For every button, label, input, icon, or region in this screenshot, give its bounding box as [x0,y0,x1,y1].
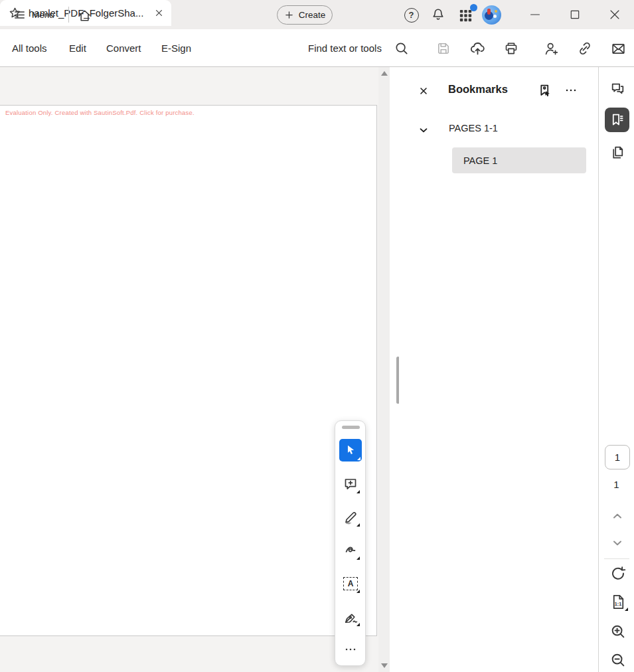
app-switcher-button[interactable] [456,6,475,25]
share-upload-button[interactable] [469,40,486,57]
add-text-tool-button[interactable]: A [339,572,362,595]
main-toolbar: All tools Edit Convert E-Sign Find text … [0,29,634,67]
link-button[interactable] [576,40,594,57]
hamburger-icon [13,9,26,21]
pages-panel-button[interactable] [605,140,629,164]
bookmark-add-icon [536,82,553,99]
dropdown-corner-icon [357,523,360,527]
notifications-button[interactable] [429,5,447,24]
zoom-out-icon [609,651,627,669]
rail-divider [604,558,629,559]
drag-handle[interactable] [342,426,360,429]
scroll-up-arrow-icon[interactable] [381,71,388,76]
copy-pages-icon [609,144,626,161]
close-icon [607,7,622,22]
save-button[interactable] [435,40,452,57]
add-user-button[interactable] [542,40,560,57]
person-add-icon [543,41,560,57]
previous-page-button[interactable] [609,507,626,525]
panel-options-button[interactable] [562,82,580,99]
window-minimize-button[interactable] [524,5,546,24]
chevron-down-icon [418,124,430,136]
total-pages-label: 1 [599,479,634,490]
help-button[interactable]: ? [402,6,420,24]
dropdown-corner-icon [625,608,628,611]
search-icon [394,41,410,56]
minimize-icon [528,7,542,22]
dropdown-corner-icon [357,457,360,460]
rotate-page-button[interactable] [608,564,628,584]
bookmark-item-label: PAGE 1 [463,155,497,166]
printer-icon [503,41,519,56]
save-icon [436,41,451,56]
search-button[interactable] [393,40,410,57]
comments-icon [609,80,626,97]
bookmark-group-label[interactable]: PAGES 1-1 [449,123,498,133]
titlebar-divider [68,7,69,23]
pdf-page[interactable]: Evaluation Only. Created with SautinSoft… [0,105,377,636]
avatar [482,5,501,25]
fill-sign-tool-button[interactable] [339,606,362,628]
vertical-scrollbar[interactable] [378,67,390,672]
envelope-icon [610,41,627,57]
highlight-tool-button[interactable] [339,506,362,529]
bookmarks-panel: Bookmarks PAGES 1-1 PAGE 1 [399,67,598,672]
bookmark-expand-toggle[interactable] [416,122,431,137]
more-options-icon [343,642,358,657]
text-box-icon: A [343,577,358,590]
menu-esign[interactable]: E-Sign [161,29,191,66]
actual-size-button[interactable]: 1:1 [608,592,628,612]
dropdown-corner-icon [357,490,360,493]
close-icon [418,86,429,96]
add-comment-tool-button[interactable] [339,473,362,495]
dropdown-corner-icon [357,590,360,593]
print-button[interactable] [503,40,520,57]
scroll-down-arrow-icon[interactable] [381,663,388,668]
page-number-input[interactable] [605,445,630,469]
select-cursor-icon [343,443,358,458]
tab-close-button[interactable] [153,7,165,19]
panel-title: Bookmarks [448,83,508,96]
home-button[interactable] [74,5,95,25]
add-bookmark-button[interactable] [535,81,554,100]
bookmarks-panel-button[interactable] [605,108,629,132]
bell-icon [430,7,446,23]
evaluation-watermark: Evaluation Only. Created with SautinSoft… [5,109,195,116]
more-options-icon [564,83,578,98]
help-icon: ? [404,8,419,23]
create-button[interactable]: Create [277,5,333,25]
more-tools-button[interactable] [339,638,362,661]
zoom-out-button[interactable] [608,650,628,670]
bookmark-item-selected[interactable]: PAGE 1 [452,147,586,173]
menu-convert[interactable]: Convert [106,29,141,66]
notification-dot [470,4,477,11]
email-button[interactable] [609,40,627,57]
maximize-icon [568,7,582,22]
chevron-up-icon [611,509,624,523]
acrobat-window: Menu hamlet_PDF_FolgerSha... [0,0,634,672]
link-icon [577,41,593,56]
comments-panel-button[interactable] [605,76,629,100]
dropdown-corner-icon [357,623,360,626]
chevron-down-icon [611,537,624,550]
menu-edit[interactable]: Edit [69,29,86,66]
find-text-label[interactable]: Find text or tools [308,29,382,66]
main-menu-button[interactable]: Menu [8,4,60,25]
close-panel-button[interactable] [416,83,432,99]
menu-label: Menu [32,10,54,20]
bookmark-list-icon [609,112,625,128]
quick-tools-toolbar: A [335,420,366,666]
window-close-button[interactable] [603,5,626,24]
next-page-button[interactable] [609,535,626,552]
rotate-clockwise-icon [609,565,627,582]
zoom-in-button[interactable] [608,622,628,641]
titlebar: Menu hamlet_PDF_FolgerSha... [0,0,634,29]
right-rail: 1 1:1 [598,67,634,672]
svg-text:1:1: 1:1 [614,600,621,606]
profile-avatar-button[interactable] [481,5,501,25]
home-icon [77,8,92,23]
menu-all-tools[interactable]: All tools [12,29,47,66]
draw-tool-button[interactable] [339,539,362,562]
select-tool-button[interactable] [339,439,362,462]
window-maximize-button[interactable] [564,5,586,24]
